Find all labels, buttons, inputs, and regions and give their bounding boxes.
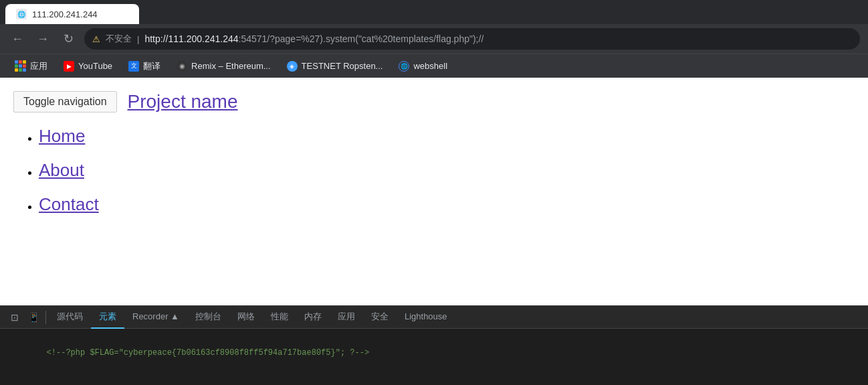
devtools-code-view: <!--?php $FLAG="cyberpeace{7b06163cf8908… <box>0 329 868 385</box>
apps-grid-icon <box>15 60 26 72</box>
devtools-tab-network[interactable]: 网络 <box>229 306 263 329</box>
url-display: http://111.200.241.244:54571/?page=%27).… <box>144 33 483 44</box>
navbar: Toggle navigation Project name <box>13 91 855 112</box>
tab-favicon: 🌐 <box>16 9 27 19</box>
apps-label: 应用 <box>30 60 47 72</box>
devtools-tab-sources[interactable]: 源代码 <box>49 306 91 329</box>
home-link[interactable]: Home <box>39 126 85 146</box>
devtools-tab-lighthouse[interactable]: Lighthouse <box>397 306 455 329</box>
bookmark-testnet[interactable]: ◈ TESTNET Ropsten... <box>280 58 390 74</box>
not-secure-label: 不安全 <box>106 33 132 45</box>
devtools-tab-elements[interactable]: 元素 <box>91 306 124 329</box>
nav-links-list: Home About Contact <box>19 126 855 215</box>
security-warning-icon: ⚠ <box>92 34 100 44</box>
toggle-navigation-button[interactable]: Toggle navigation <box>13 91 117 112</box>
nav-item-contact: Contact <box>39 194 855 215</box>
testnet-label: TESTNET Ropsten... <box>302 61 383 71</box>
browser-window: 🌐 111.200.241.244 ← → ↻ ⚠ 不安全 | http://1… <box>0 0 868 385</box>
address-bar-row: ← → ↻ ⚠ 不安全 | http://111.200.241.244:545… <box>0 24 868 54</box>
code-comment-1: <!--?php $FLAG="cyberpeace{7b06163cf8908… <box>47 348 369 358</box>
about-link[interactable]: About <box>39 160 84 180</box>
testnet-icon: ◈ <box>287 61 298 72</box>
bookmarks-bar: 应用 ▶ YouTube 文 翻译 ◉ Remix – Ethereum... … <box>0 54 868 78</box>
code-line-2: <!--?php $FLAG="cyberpeace{7b06163cf8908… <box>8 374 860 385</box>
contact-link[interactable]: Contact <box>39 194 99 214</box>
reload-button[interactable]: ↻ <box>59 29 78 48</box>
webpage-content: Toggle navigation Project name Home Abou… <box>0 78 868 305</box>
remix-icon: ◉ <box>177 61 187 72</box>
translate-icon: 文 <box>128 61 139 72</box>
code-line-1: <!--?php $FLAG="cyberpeace{7b06163cf8908… <box>8 333 860 374</box>
bookmark-webshell[interactable]: 🌐 webshell <box>392 58 454 74</box>
bookmark-apps[interactable]: 应用 <box>8 58 54 75</box>
back-button[interactable]: ← <box>8 29 27 48</box>
devtools-inspect-icon[interactable]: ⊡ <box>5 308 24 327</box>
youtube-icon: ▶ <box>64 61 74 72</box>
bookmark-remix[interactable]: ◉ Remix – Ethereum... <box>170 58 278 74</box>
address-bar[interactable]: ⚠ 不安全 | http://111.200.241.244:54571/?pa… <box>84 28 860 50</box>
devtools-panel: ⊡ 📱 源代码 元素 Recorder ▲ 控制台 网络 性能 内存 应用 安全… <box>0 305 868 385</box>
url-path: :54571/?page=%27).system("cat%20template… <box>239 33 484 44</box>
devtools-tab-memory[interactable]: 内存 <box>296 306 330 329</box>
devtools-tab-console[interactable]: 控制台 <box>187 306 229 329</box>
tab-title: 111.200.241.244 <box>32 9 98 19</box>
devtools-tabs: ⊡ 📱 源代码 元素 Recorder ▲ 控制台 网络 性能 内存 应用 安全… <box>0 306 868 329</box>
webshell-label: webshell <box>413 61 447 71</box>
tab-bar: 🌐 111.200.241.244 <box>0 0 868 24</box>
devtools-tab-recorder[interactable]: Recorder ▲ <box>124 306 187 329</box>
url-separator: | <box>137 34 139 44</box>
nav-item-about: About <box>39 160 855 181</box>
devtools-device-icon[interactable]: 📱 <box>24 308 43 327</box>
devtools-tab-performance[interactable]: 性能 <box>263 306 296 329</box>
forward-button[interactable]: → <box>33 29 52 48</box>
remix-label: Remix – Ethereum... <box>191 61 271 71</box>
project-name-link[interactable]: Project name <box>128 91 238 112</box>
active-tab[interactable]: 🌐 111.200.241.244 <box>5 4 139 24</box>
bookmark-youtube[interactable]: ▶ YouTube <box>57 58 119 74</box>
devtools-tab-separator <box>45 311 46 324</box>
nav-item-home: Home <box>39 126 855 147</box>
url-domain: http://111.200.241.244 <box>144 33 238 44</box>
webshell-icon: 🌐 <box>399 61 409 72</box>
devtools-tab-security[interactable]: 安全 <box>363 306 397 329</box>
devtools-tab-application[interactable]: 应用 <box>330 306 363 329</box>
youtube-label: YouTube <box>78 61 112 71</box>
translate-label: 翻译 <box>143 60 160 72</box>
bookmark-translate[interactable]: 文 翻译 <box>122 58 167 75</box>
